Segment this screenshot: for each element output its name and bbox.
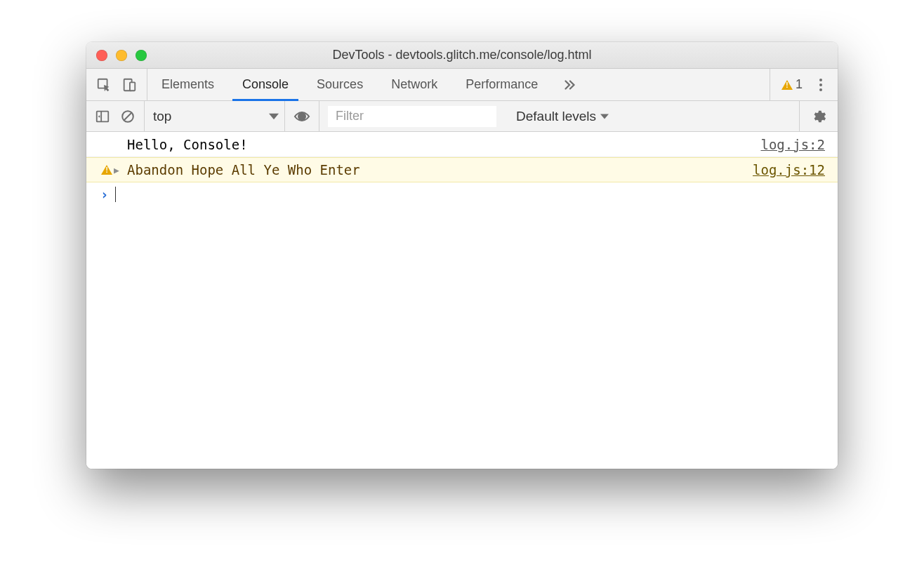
warning-icon xyxy=(781,80,793,90)
zoom-window-button[interactable] xyxy=(136,50,147,61)
live-expression-icon[interactable] xyxy=(293,108,310,125)
chevron-down-icon xyxy=(600,112,609,121)
clear-console-icon[interactable] xyxy=(120,109,136,124)
tab-elements[interactable]: Elements xyxy=(147,69,228,100)
devtools-window: DevTools - devtools.glitch.me/console/lo… xyxy=(86,42,838,469)
text-caret xyxy=(115,187,116,202)
console-output: Hello, Console! log.js:2 ▶ Abandon Hope … xyxy=(86,132,838,469)
toggle-sidebar-icon[interactable] xyxy=(95,109,110,124)
log-message: Abandon Hope All Ye Who Enter xyxy=(127,162,753,178)
prompt-chevron-icon: › xyxy=(100,187,108,202)
tab-sources[interactable]: Sources xyxy=(303,69,377,100)
tab-label: Sources xyxy=(317,77,363,92)
row-gutter: ▶ xyxy=(93,165,127,175)
tab-performance[interactable]: Performance xyxy=(451,69,552,100)
chevron-down-icon xyxy=(269,112,279,121)
console-row-log: Hello, Console! log.js:2 xyxy=(86,132,838,157)
tab-label: Network xyxy=(391,77,437,92)
titlebar: DevTools - devtools.glitch.me/console/lo… xyxy=(86,42,838,69)
minimize-window-button[interactable] xyxy=(116,50,127,61)
warnings-indicator[interactable]: 1 xyxy=(781,77,803,92)
close-window-button[interactable] xyxy=(96,50,107,61)
log-level-selector[interactable]: Default levels xyxy=(505,109,620,124)
main-menu-button[interactable] xyxy=(815,79,826,91)
console-settings-icon[interactable] xyxy=(811,109,826,124)
panel-tabstrip: Elements Console Sources Network Perform… xyxy=(86,69,838,101)
console-prompt[interactable]: › xyxy=(86,182,838,206)
window-title: DevTools - devtools.glitch.me/console/lo… xyxy=(86,48,838,62)
console-toolbar: top Default levels xyxy=(86,101,838,132)
console-row-warning: ▶ Abandon Hope All Ye Who Enter log.js:1… xyxy=(86,157,838,182)
context-selector[interactable]: top xyxy=(145,101,285,131)
window-controls xyxy=(96,50,147,61)
tab-label: Elements xyxy=(161,77,214,92)
filter-input[interactable] xyxy=(336,109,489,123)
tab-label: Performance xyxy=(466,77,538,92)
svg-rect-2 xyxy=(130,82,135,91)
chevron-double-right-icon xyxy=(562,77,577,93)
context-label: top xyxy=(153,109,171,124)
inspect-element-icon[interactable] xyxy=(96,77,112,93)
filter-box xyxy=(328,106,496,127)
tab-console[interactable]: Console xyxy=(228,69,303,100)
tab-network[interactable]: Network xyxy=(377,69,451,100)
tab-label: Console xyxy=(242,77,289,92)
warning-count: 1 xyxy=(796,77,803,92)
log-message: Hello, Console! xyxy=(127,137,760,152)
expand-arrow-icon[interactable]: ▶ xyxy=(114,165,119,175)
more-tabs-button[interactable] xyxy=(552,69,587,100)
source-link[interactable]: log.js:12 xyxy=(753,162,825,178)
source-link[interactable]: log.js:2 xyxy=(760,137,825,152)
levels-label: Default levels xyxy=(516,109,596,124)
device-toolbar-icon[interactable] xyxy=(121,77,137,93)
warning-icon xyxy=(101,165,112,175)
